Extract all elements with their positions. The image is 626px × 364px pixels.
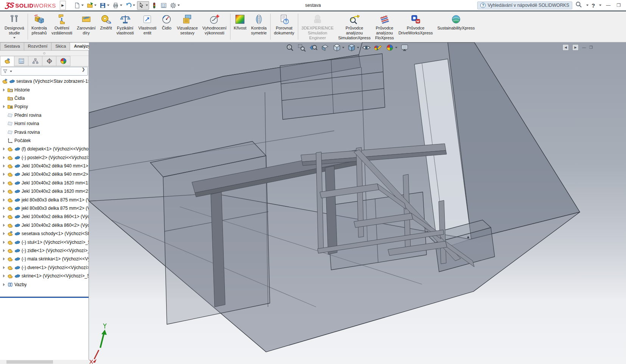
edit-appearance-button[interactable] (373, 43, 383, 53)
assembly-visualization-button[interactable]: Vizualizace sestavy (174, 13, 200, 36)
select-tool-button[interactable] (137, 1, 149, 10)
expand-arrow-icon[interactable] (2, 105, 6, 109)
view-settings-button[interactable] (400, 43, 410, 53)
command-tab[interactable]: Skica (51, 42, 70, 50)
apply-scene-button[interactable] (385, 43, 398, 53)
interference-check-button[interactable]: Kontrola přesahů (29, 13, 49, 36)
tree-item[interactable]: Vazby (0, 280, 89, 288)
expand-arrow-icon[interactable] (2, 240, 6, 244)
clearance-verification-button[interactable]: Ověření vzdálenosti (49, 13, 75, 36)
tree-item[interactable]: Horní rovina (0, 119, 89, 128)
propertymanager-tab[interactable] (14, 56, 28, 66)
restore-document-button[interactable]: ❐ (589, 45, 593, 50)
expand-arrow-icon[interactable] (2, 265, 6, 270)
floxpress-wizard-button[interactable]: Průvodce analýzou FloXpress (373, 13, 396, 41)
tree-item[interactable]: (f) dolejsek<1> (Výchozí<<Výchozí>_Stav (0, 145, 89, 153)
tree-item[interactable]: Popisy (0, 102, 89, 111)
simulationxpress-wizard-button[interactable]: Průvodce analýzou SimulationXpress (336, 13, 373, 41)
next-document-button[interactable]: ▶ (572, 44, 579, 51)
zoom-to-fit-button[interactable] (285, 43, 295, 53)
expand-arrow-icon[interactable] (2, 215, 6, 219)
tree-item[interactable]: (-) zidle<1> (Výchozí<<Výchozí>_Stav z (0, 246, 89, 255)
dropdown-caret-icon[interactable] (178, 5, 180, 6)
dropdown-caret-icon[interactable] (13, 37, 16, 39)
dropdown-caret-icon[interactable] (94, 5, 97, 6)
help-dropdown-caret-icon[interactable] (599, 5, 601, 6)
dropdown-caret-icon[interactable] (357, 47, 359, 48)
restore-app-button[interactable]: ❐ (615, 3, 622, 8)
help-button[interactable]: ? (592, 2, 595, 9)
expand-arrow-icon[interactable] (2, 147, 6, 151)
view-orientation-button[interactable] (332, 43, 345, 53)
tree-item[interactable]: jekl 80x80x3 delka 875 mm<2> (Výchozí< (0, 204, 89, 212)
menu-expand-button[interactable]: ▶ (60, 1, 66, 10)
expand-arrow-icon[interactable] (2, 155, 6, 160)
tree-filter-input[interactable] (1, 67, 88, 76)
tree-item[interactable]: sestava (Výchozí<Stav zobrazení-1>) (0, 77, 89, 85)
expand-arrow-icon[interactable] (2, 223, 6, 227)
previous-view-button[interactable] (308, 43, 318, 53)
dropdown-caret-icon[interactable] (395, 47, 397, 48)
3dexperience-simulation-button[interactable]: 3DEXPERIENCE Simulation Engineer (299, 13, 336, 41)
expand-arrow-icon[interactable] (2, 257, 6, 261)
search-dropdown-caret-icon[interactable] (586, 5, 589, 6)
expand-arrow-icon[interactable] (2, 198, 6, 202)
sustainabilityxpress-button[interactable]: SustainabilityXpress (435, 13, 477, 31)
options-list-button[interactable] (159, 1, 168, 10)
tree-item[interactable]: Čidla (0, 94, 89, 102)
dropdown-caret-icon[interactable] (120, 5, 122, 6)
expand-arrow-icon[interactable] (2, 206, 6, 211)
featuremanager-tab[interactable] (0, 56, 14, 66)
mass-properties-button[interactable]: Fyzikální vlastnosti (114, 13, 136, 36)
expand-arrow-icon[interactable] (2, 181, 6, 185)
dropdown-caret-icon[interactable] (107, 5, 109, 6)
expand-arrow-icon[interactable] (2, 249, 6, 253)
expand-arrow-icon[interactable] (2, 88, 6, 92)
hole-alignment-button[interactable]: Zarovnání díry (75, 13, 98, 36)
expand-arrow-icon[interactable] (2, 189, 6, 194)
dropdown-caret-icon[interactable] (81, 5, 84, 6)
entity-properties-button[interactable]: Vlastnosti entit (136, 13, 159, 36)
previous-document-button[interactable]: ◀ (562, 44, 569, 51)
displaymanager-tab[interactable] (56, 56, 70, 66)
open-button[interactable] (86, 1, 98, 10)
expand-arrow-icon[interactable] (2, 172, 6, 177)
zoom-to-area-button[interactable] (297, 43, 307, 53)
graphics-viewport[interactable]: ◀ ▶ — ❐ (89, 42, 626, 364)
tree-item[interactable]: Jekl 100x40x2 délka 860<2> (Výchozí<<V (0, 221, 89, 229)
rebuild-button[interactable] (150, 1, 159, 10)
measure-button[interactable]: Změřit (98, 13, 114, 31)
search-button[interactable] (575, 1, 582, 9)
design-study-button[interactable]: Designová studie (2, 13, 26, 39)
panel-more-icon[interactable]: ❯ (79, 67, 87, 72)
settings-button[interactable] (169, 1, 181, 10)
tree-item[interactable]: Jekl 100x40x2 délka 940 mm<1> (Výchozí (0, 162, 89, 170)
save-button[interactable] (98, 1, 111, 10)
tree-item[interactable]: jekl 80x80x3 delka 875 mm<1> (Výchozí< (0, 195, 89, 204)
collapse-handle-icon[interactable] (43, 52, 45, 54)
dropdown-caret-icon[interactable] (146, 5, 148, 6)
tree-item[interactable]: sesetava schody<1> (Výchozí<Stav zobr (0, 229, 89, 238)
tree-item[interactable]: Jekl 100x40x2 délka 1620 mm<2> (Výchoz (0, 187, 89, 195)
tree-item[interactable]: Jekl 100x40x2 délka 860<1> (Výchozí<<V (0, 212, 89, 221)
help-search-input[interactable]: ? Vyhledávání v nápovědě SOLIDWORKS (477, 2, 572, 9)
command-tab[interactable]: Rozvržení (24, 42, 52, 50)
tree-item[interactable]: Jekl 100x40x2 délka 1620 mm<1> (Výchoz (0, 179, 89, 187)
dimxpertmanager-tab[interactable] (42, 56, 56, 66)
tree-horizontal-scrollbar[interactable] (0, 360, 89, 364)
minimize-app-button[interactable]: — (604, 3, 612, 8)
expand-arrow-icon[interactable] (2, 232, 6, 236)
tree-item[interactable]: (-) dvere<1> (Výchozí<<Výchozí>_Stav (0, 263, 89, 272)
tree-item[interactable]: Počátek (0, 136, 89, 145)
minimize-document-button[interactable]: — (582, 45, 586, 50)
scrollbar-thumb[interactable] (6, 360, 53, 364)
panel-collapse-strip[interactable] (0, 51, 89, 56)
tree-item[interactable]: Pravá rovina (0, 128, 89, 136)
new-document-button[interactable] (73, 1, 85, 10)
tree-item[interactable]: skrine<1> (Výchozí<<Výchozí>_Stav zob (0, 272, 89, 280)
performance-evaluation-button[interactable]: Vyhodnocení výkonnosti (200, 13, 229, 36)
curvature-button[interactable]: Křivost (232, 13, 249, 31)
command-tab[interactable]: Sestava (0, 42, 24, 50)
filter-caret-icon[interactable] (10, 71, 12, 72)
dropdown-caret-icon[interactable] (133, 5, 135, 6)
